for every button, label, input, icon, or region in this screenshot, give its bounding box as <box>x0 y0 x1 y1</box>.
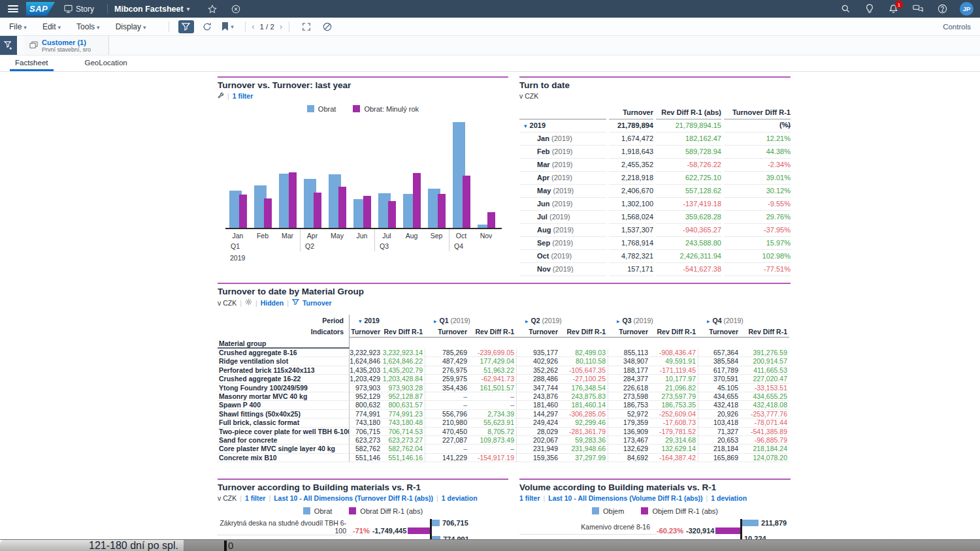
refresh-button[interactable] <box>199 20 215 33</box>
value-cell[interactable]: 352,262 <box>516 366 560 375</box>
value-cell[interactable]: -179,781.52 <box>650 428 698 436</box>
rev-diff-cell[interactable]: 557,128.62 <box>656 185 721 198</box>
value-cell[interactable]: 743,180 <box>350 418 382 427</box>
material-name[interactable]: Shawl fittings (50x40x25) <box>218 410 350 418</box>
bar-positive[interactable] <box>740 520 759 526</box>
sort-filter-icon[interactable] <box>292 299 299 307</box>
notifications-bell-icon[interactable]: 1 <box>889 4 898 14</box>
value-cell[interactable]: 59,283.36 <box>560 436 608 445</box>
expand-chevron-icon[interactable]: ▸ <box>525 318 529 324</box>
bar-minuly-rok-aug[interactable] <box>413 173 421 228</box>
value-cell[interactable]: 1,435,203 <box>350 366 382 375</box>
value-cell[interactable]: 45.105 <box>698 384 740 392</box>
value-cell[interactable]: 800,632 <box>350 401 382 409</box>
value-cell[interactable]: 80,110.58 <box>560 357 608 366</box>
legend-item-obrat[interactable]: Obrat <box>303 507 333 515</box>
value-cell[interactable]: – <box>425 392 469 401</box>
rev-diff-cell[interactable]: 243,588.80 <box>656 237 721 250</box>
period-group-q2[interactable]: ▸Q2 (2019) <box>516 315 608 326</box>
value-cell[interactable]: -96,885.79 <box>740 436 789 445</box>
value-cell[interactable]: 391,276.59 <box>740 349 789 357</box>
material-name[interactable]: Crushed aggregate 16-22 <box>218 375 350 383</box>
period-group-q1[interactable]: ▸Q1 (2019) <box>425 315 516 326</box>
value-cell[interactable]: -306,285.05 <box>560 410 608 418</box>
value-cell[interactable]: 284,377 <box>608 375 650 383</box>
value-cell[interactable]: 385,584 <box>698 357 740 366</box>
rev-diff-cell[interactable]: 622,725.10 <box>656 172 721 185</box>
material-name[interactable]: Two-piece cover plate for well TBH 6-100 <box>218 428 350 436</box>
value-cell[interactable]: 28,029 <box>516 428 560 436</box>
menu-tools[interactable]: Tools▾ <box>76 22 100 31</box>
gear-icon[interactable] <box>245 298 252 307</box>
value-cell[interactable]: – <box>425 401 469 409</box>
hidden-link[interactable]: Hidden <box>261 299 284 307</box>
bar-minuly-rok-jul[interactable] <box>388 201 396 228</box>
value-cell[interactable]: 273,598 <box>608 392 650 401</box>
row-header-mar[interactable]: Mar (2019) <box>519 159 606 172</box>
row-header-sep[interactable]: Sep (2019) <box>519 237 606 250</box>
legend-item-minuly-rok[interactable]: Obrat: Minulý rok <box>353 105 419 113</box>
value-cell[interactable]: 402,926 <box>516 357 560 366</box>
pause-refresh-button[interactable] <box>319 20 335 33</box>
turnover-cell[interactable]: 21,789,894 <box>609 119 653 133</box>
row-header-nov[interactable]: Nov (2019) <box>519 263 606 276</box>
value-cell[interactable]: – <box>469 401 516 409</box>
value-cell[interactable]: -171,119.45 <box>650 366 698 375</box>
value-cell[interactable]: 82,499.03 <box>560 349 608 357</box>
value-cell[interactable]: 434,655.25 <box>740 392 789 401</box>
value-cell[interactable]: 1,624,846 <box>350 357 382 366</box>
expand-chevron-icon[interactable]: ▾ <box>524 123 527 129</box>
value-cell[interactable]: 161,501.57 <box>469 384 516 392</box>
pct-cell[interactable]: -77.51% <box>724 263 791 276</box>
rev-diff-cell[interactable]: 21,789,894.15 <box>656 119 721 133</box>
value-cell[interactable]: 259,975 <box>425 375 469 383</box>
value-cell[interactable]: 855,113 <box>608 349 650 357</box>
search-icon[interactable] <box>841 4 851 14</box>
value-cell[interactable]: 1,624,846.22 <box>382 357 425 366</box>
bar-negative[interactable] <box>715 527 740 534</box>
value-cell[interactable]: 347,744 <box>516 384 560 392</box>
turnover-cell[interactable]: 1,674,472 <box>609 133 653 146</box>
value-cell[interactable]: 434,655 <box>698 392 740 401</box>
value-cell[interactable]: 743,180.48 <box>382 418 425 427</box>
value-cell[interactable]: 176,348.54 <box>560 384 608 392</box>
turnover-cell[interactable]: 2,218,918 <box>609 172 653 185</box>
turnover-cell[interactable]: 1,302,100 <box>609 198 653 211</box>
legend-item-objem[interactable]: Objem <box>592 507 624 515</box>
sorted-measure-link[interactable]: Turnover <box>302 299 332 307</box>
value-cell[interactable]: -252,609.04 <box>650 410 698 418</box>
value-cell[interactable]: 411,665.53 <box>740 366 789 375</box>
menu-file[interactable]: File▾ <box>9 22 27 31</box>
value-cell[interactable]: 774,991 <box>350 410 382 418</box>
value-cell[interactable]: 210,980 <box>425 418 469 427</box>
value-cell[interactable]: 973,903 <box>350 384 382 392</box>
value-cell[interactable]: 51,963.22 <box>469 366 516 375</box>
value-cell[interactable]: – <box>469 445 516 453</box>
pct-cell[interactable]: -9.55% <box>724 198 791 211</box>
value-cell[interactable]: -105,647.35 <box>560 366 608 375</box>
rev-diff-cell[interactable]: -137,419.18 <box>656 198 721 211</box>
pct-cell[interactable]: – <box>724 119 791 133</box>
value-cell[interactable]: 52,972 <box>608 410 650 418</box>
controls-link[interactable]: Controls <box>943 23 971 31</box>
expand-chevron-icon[interactable]: ▸ <box>707 318 710 324</box>
value-cell[interactable]: 470,450 <box>425 428 469 436</box>
value-cell[interactable]: 10,177.97 <box>650 375 698 383</box>
value-cell[interactable]: 20,653 <box>698 436 740 445</box>
chart-filter-link[interactable]: 1 filter <box>233 92 253 100</box>
value-cell[interactable]: 144,297 <box>516 410 560 418</box>
value-cell[interactable]: 354,436 <box>425 384 469 392</box>
material-name[interactable]: Spawn P 400 <box>218 401 350 409</box>
add-filter-button[interactable] <box>0 36 17 55</box>
row-header-aug[interactable]: Aug (2019) <box>519 224 606 237</box>
value-cell[interactable]: 3,232,923 <box>350 349 382 357</box>
pct-cell[interactable]: 102.98% <box>724 250 791 263</box>
turnover-cell[interactable]: 2,406,670 <box>609 185 653 198</box>
value-cell[interactable]: 29,314.68 <box>650 436 698 445</box>
bar-minuly-rok-jun[interactable] <box>363 196 371 228</box>
value-cell[interactable]: 231,949 <box>516 445 560 453</box>
value-cell[interactable]: 202,067 <box>516 436 560 445</box>
next-page-icon[interactable]: › <box>280 22 282 31</box>
bar-minuly-rok-apr[interactable] <box>314 193 321 228</box>
pct-cell[interactable]: 15.97% <box>724 237 791 250</box>
